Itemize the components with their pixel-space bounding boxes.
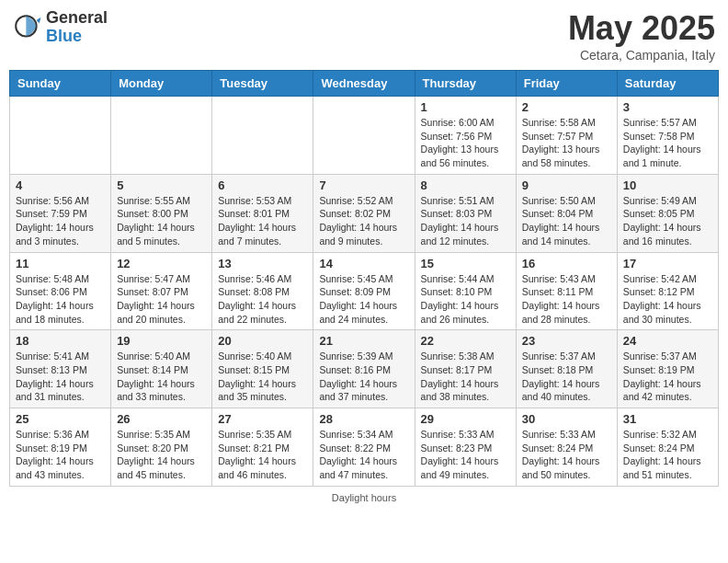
day-number: 19	[117, 334, 206, 348]
day-info: Sunrise: 5:58 AMSunset: 7:57 PMDaylight:…	[522, 116, 611, 170]
calendar-cell: 4Sunrise: 5:56 AMSunset: 7:59 PMDaylight…	[10, 174, 111, 252]
day-number: 20	[218, 334, 307, 348]
day-number: 16	[522, 257, 611, 270]
day-number: 24	[623, 334, 712, 348]
calendar-cell: 29Sunrise: 5:33 AMSunset: 8:23 PMDayligh…	[415, 408, 516, 487]
calendar-cell: 25Sunrise: 5:36 AMSunset: 8:19 PMDayligh…	[10, 408, 111, 487]
day-info: Sunrise: 5:37 AMSunset: 8:19 PMDaylight:…	[623, 350, 712, 404]
day-number: 30	[522, 412, 611, 426]
calendar-cell: 9Sunrise: 5:50 AMSunset: 8:04 PMDaylight…	[516, 174, 617, 252]
day-number: 3	[623, 100, 712, 114]
day-number: 9	[522, 178, 611, 192]
calendar-cell: 27Sunrise: 5:35 AMSunset: 8:21 PMDayligh…	[212, 408, 313, 487]
calendar-cell: 18Sunrise: 5:41 AMSunset: 8:13 PMDayligh…	[10, 330, 111, 408]
location-subtitle: Cetara, Campania, Italy	[568, 48, 715, 63]
calendar-day-header: Monday	[111, 71, 212, 97]
page-header: General Blue May 2025 Cetara, Campania, …	[9, 9, 719, 63]
calendar-cell: 2Sunrise: 5:58 AMSunset: 7:57 PMDaylight…	[516, 97, 617, 175]
day-info: Sunrise: 5:32 AMSunset: 8:24 PMDaylight:…	[623, 428, 712, 482]
day-number: 23	[522, 334, 611, 348]
day-info: Sunrise: 5:41 AMSunset: 8:13 PMDaylight:…	[16, 350, 105, 404]
calendar-cell: 31Sunrise: 5:32 AMSunset: 8:24 PMDayligh…	[617, 408, 718, 487]
calendar-cell: 21Sunrise: 5:39 AMSunset: 8:16 PMDayligh…	[313, 330, 415, 408]
daylight-label: Daylight hours	[332, 492, 396, 503]
day-number: 15	[421, 257, 510, 270]
calendar-cell	[313, 97, 415, 175]
day-number: 1	[421, 100, 510, 114]
day-number: 2	[522, 100, 611, 114]
footer: Daylight hours	[9, 492, 719, 503]
calendar-cell: 15Sunrise: 5:44 AMSunset: 8:10 PMDayligh…	[415, 252, 516, 330]
day-info: Sunrise: 5:40 AMSunset: 8:14 PMDaylight:…	[117, 350, 206, 404]
day-info: Sunrise: 5:37 AMSunset: 8:18 PMDaylight:…	[522, 350, 611, 404]
day-number: 25	[16, 412, 105, 426]
logo: General Blue	[13, 9, 108, 46]
calendar-cell: 22Sunrise: 5:38 AMSunset: 8:17 PMDayligh…	[415, 330, 516, 408]
title-block: May 2025 Cetara, Campania, Italy	[568, 9, 715, 63]
day-info: Sunrise: 5:48 AMSunset: 8:06 PMDaylight:…	[16, 272, 105, 327]
logo-general-text: General	[46, 9, 108, 28]
month-title: May 2025	[568, 9, 715, 48]
calendar-week-row: 1Sunrise: 6:00 AMSunset: 7:56 PMDaylight…	[10, 97, 719, 175]
day-number: 14	[319, 257, 408, 270]
day-info: Sunrise: 5:56 AMSunset: 7:59 PMDaylight:…	[16, 194, 105, 248]
calendar-day-header: Wednesday	[313, 71, 415, 97]
day-number: 21	[319, 334, 408, 348]
day-number: 8	[421, 178, 510, 192]
calendar-cell: 12Sunrise: 5:47 AMSunset: 8:07 PMDayligh…	[111, 252, 212, 330]
calendar-cell: 1Sunrise: 6:00 AMSunset: 7:56 PMDaylight…	[415, 97, 516, 175]
calendar-cell: 26Sunrise: 5:35 AMSunset: 8:20 PMDayligh…	[111, 408, 212, 487]
logo-text: General Blue	[46, 9, 108, 46]
day-info: Sunrise: 5:34 AMSunset: 8:22 PMDaylight:…	[319, 428, 408, 482]
day-info: Sunrise: 5:33 AMSunset: 8:23 PMDaylight:…	[421, 428, 510, 482]
day-info: Sunrise: 5:47 AMSunset: 8:07 PMDaylight:…	[117, 272, 206, 327]
calendar-cell: 8Sunrise: 5:51 AMSunset: 8:03 PMDaylight…	[415, 174, 516, 252]
calendar-day-header: Sunday	[10, 71, 111, 97]
day-number: 17	[623, 257, 712, 270]
day-info: Sunrise: 5:52 AMSunset: 8:02 PMDaylight:…	[319, 194, 408, 248]
day-info: Sunrise: 5:40 AMSunset: 8:15 PMDaylight:…	[218, 350, 307, 404]
calendar-cell: 16Sunrise: 5:43 AMSunset: 8:11 PMDayligh…	[516, 252, 617, 330]
calendar-cell: 23Sunrise: 5:37 AMSunset: 8:18 PMDayligh…	[516, 330, 617, 408]
calendar-cell: 3Sunrise: 5:57 AMSunset: 7:58 PMDaylight…	[617, 97, 718, 175]
day-info: Sunrise: 5:45 AMSunset: 8:09 PMDaylight:…	[319, 272, 408, 327]
day-info: Sunrise: 5:43 AMSunset: 8:11 PMDaylight:…	[522, 272, 611, 327]
day-info: Sunrise: 5:33 AMSunset: 8:24 PMDaylight:…	[522, 428, 611, 482]
logo-icon	[13, 13, 42, 42]
day-number: 31	[623, 412, 712, 426]
calendar-table: SundayMondayTuesdayWednesdayThursdayFrid…	[9, 70, 719, 487]
calendar-cell: 13Sunrise: 5:46 AMSunset: 8:08 PMDayligh…	[212, 252, 313, 330]
day-number: 5	[117, 178, 206, 192]
day-info: Sunrise: 5:35 AMSunset: 8:20 PMDaylight:…	[117, 428, 206, 482]
calendar-day-header: Friday	[516, 71, 617, 97]
calendar-week-row: 4Sunrise: 5:56 AMSunset: 7:59 PMDaylight…	[10, 174, 719, 252]
calendar-cell: 20Sunrise: 5:40 AMSunset: 8:15 PMDayligh…	[212, 330, 313, 408]
day-info: Sunrise: 5:57 AMSunset: 7:58 PMDaylight:…	[623, 116, 712, 170]
calendar-day-header: Tuesday	[212, 71, 313, 97]
day-info: Sunrise: 5:50 AMSunset: 8:04 PMDaylight:…	[522, 194, 611, 248]
day-number: 11	[16, 257, 105, 270]
day-number: 29	[421, 412, 510, 426]
calendar-cell	[111, 97, 212, 175]
calendar-cell: 6Sunrise: 5:53 AMSunset: 8:01 PMDaylight…	[212, 174, 313, 252]
day-number: 26	[117, 412, 206, 426]
calendar-cell: 17Sunrise: 5:42 AMSunset: 8:12 PMDayligh…	[617, 252, 718, 330]
calendar-header-row: SundayMondayTuesdayWednesdayThursdayFrid…	[10, 71, 719, 97]
calendar-cell: 10Sunrise: 5:49 AMSunset: 8:05 PMDayligh…	[617, 174, 718, 252]
day-info: Sunrise: 6:00 AMSunset: 7:56 PMDaylight:…	[421, 116, 510, 170]
calendar-cell: 5Sunrise: 5:55 AMSunset: 8:00 PMDaylight…	[111, 174, 212, 252]
calendar-cell: 30Sunrise: 5:33 AMSunset: 8:24 PMDayligh…	[516, 408, 617, 487]
calendar-week-row: 25Sunrise: 5:36 AMSunset: 8:19 PMDayligh…	[10, 408, 719, 487]
day-info: Sunrise: 5:51 AMSunset: 8:03 PMDaylight:…	[421, 194, 510, 248]
calendar-day-header: Thursday	[415, 71, 516, 97]
day-number: 4	[16, 178, 105, 192]
day-info: Sunrise: 5:35 AMSunset: 8:21 PMDaylight:…	[218, 428, 307, 482]
calendar-day-header: Saturday	[617, 71, 718, 97]
calendar-cell: 14Sunrise: 5:45 AMSunset: 8:09 PMDayligh…	[313, 252, 415, 330]
calendar-week-row: 18Sunrise: 5:41 AMSunset: 8:13 PMDayligh…	[10, 330, 719, 408]
day-info: Sunrise: 5:55 AMSunset: 8:00 PMDaylight:…	[117, 194, 206, 248]
day-info: Sunrise: 5:36 AMSunset: 8:19 PMDaylight:…	[16, 428, 105, 482]
calendar-cell: 28Sunrise: 5:34 AMSunset: 8:22 PMDayligh…	[313, 408, 415, 487]
day-info: Sunrise: 5:53 AMSunset: 8:01 PMDaylight:…	[218, 194, 307, 248]
day-number: 13	[218, 257, 307, 270]
